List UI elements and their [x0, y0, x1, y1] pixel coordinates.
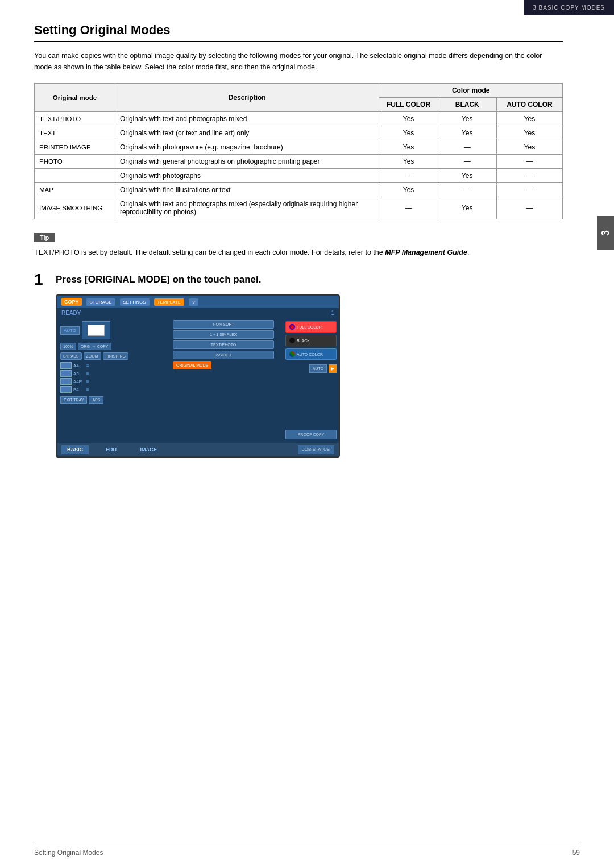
- table-cell-desc: Originals with photogravure (e.g. magazi…: [115, 140, 379, 155]
- tp-two-sided-btn[interactable]: 2-SIDED: [173, 351, 274, 359]
- table-cell-mode: MAP: [35, 183, 115, 197]
- table-row: TEXTOriginals with text (or text and lin…: [35, 126, 563, 140]
- table-cell-mode: TEXT/PHOTO: [35, 112, 115, 126]
- tp-size-a5: A5: [73, 371, 85, 376]
- tp-non-sort-row: NON-SORT: [173, 320, 274, 329]
- table-cell-desc: Originals with text and photographs mixe…: [115, 197, 379, 219]
- table-cell-desc: Originals with fine illustrations or tex…: [115, 183, 379, 197]
- tip-text: TEXT/PHOTO is set by default. The defaul…: [34, 247, 563, 258]
- table-header-original-mode: Original mode: [35, 84, 115, 112]
- tp-orig-copy-btn[interactable]: ORG. → COPY: [78, 343, 111, 350]
- footer-section-title: Setting Original Modes: [34, 849, 103, 857]
- table-cell-mode: PHOTO: [35, 155, 115, 169]
- tp-exit-tray-btn[interactable]: EXIT TRAY: [60, 396, 87, 404]
- table-cell-full: Yes: [379, 126, 438, 140]
- tp-settings-btn[interactable]: SETTINGS: [120, 298, 150, 306]
- tp-status-bar: READY 1: [57, 308, 339, 318]
- table-cell-full: Yes: [379, 112, 438, 126]
- tp-paper-row-3: A4R ≡: [60, 378, 167, 385]
- table-cell-auto: Yes: [496, 126, 562, 140]
- tp-black-btn[interactable]: BLACK: [285, 335, 337, 346]
- table-row: IMAGE SMOOTHINGOriginals with text and p…: [35, 197, 563, 219]
- tp-simplex-btn[interactable]: 1→1 SIMPLEX: [173, 330, 274, 339]
- table-cell-black: Yes: [438, 169, 496, 183]
- tp-pct-row: 100% ORG. → COPY: [60, 343, 167, 350]
- tp-simplex-row: 1→1 SIMPLEX: [173, 330, 274, 339]
- tp-nav-arrow-btn[interactable]: ▶: [329, 364, 337, 373]
- tp-zoom-btn[interactable]: ZOOM: [84, 352, 101, 360]
- table-cell-mode: TEXT: [35, 126, 115, 140]
- tp-auto-nav-row: AUTO ▶: [309, 364, 337, 373]
- tp-finishing-btn[interactable]: FINISHING: [103, 352, 128, 360]
- tp-auto-color-btn[interactable]: AUTO COLOR: [285, 348, 337, 360]
- tp-non-sort-btn[interactable]: NON-SORT: [173, 320, 274, 329]
- tip-label: Tip: [34, 233, 55, 242]
- table-header-color-mode: Color mode: [379, 84, 563, 98]
- tp-text-photo-row: TEXT/PHOTO: [173, 340, 274, 349]
- tp-full-color-icon: [289, 324, 295, 330]
- tp-tab-edit[interactable]: EDIT: [100, 445, 123, 454]
- tp-bypass-btn[interactable]: BYPASS: [60, 352, 82, 360]
- tp-paper-icon-3: [60, 378, 72, 385]
- tp-original-mode-btn[interactable]: ORIGINAL MODE: [173, 361, 211, 369]
- table-row: Originals with photographs—Yes—: [35, 169, 563, 183]
- tp-original-mode-row: ORIGINAL MODE: [173, 361, 274, 369]
- tp-right-panel: FULL COLOR BLACK AUTO COLOR AUTO ▶: [276, 318, 339, 443]
- table-cell-desc: Originals with photographs: [115, 169, 379, 183]
- tp-template-btn[interactable]: TEMPLATE: [154, 298, 185, 306]
- tp-top-bar: COPY STORAGE SETTINGS TEMPLATE ?: [57, 296, 339, 308]
- tp-pct-btn[interactable]: 100%: [60, 343, 76, 350]
- tp-paper-rows: A4 ≡ A5 ≡ A4R ≡: [60, 362, 167, 393]
- table-header-description: Description: [115, 84, 379, 112]
- original-modes-table: Original mode Description Color mode FUL…: [34, 83, 563, 219]
- table-cell-auto: —: [496, 183, 562, 197]
- table-row: PRINTED IMAGEOriginals with photogravure…: [35, 140, 563, 155]
- table-cell-auto: —: [496, 169, 562, 183]
- table-row: MAPOriginals with fine illustrations or …: [35, 183, 563, 197]
- tp-paper-icon-2: [60, 370, 72, 377]
- table-cell-auto: —: [496, 197, 562, 219]
- tp-tab-image[interactable]: IMAGE: [135, 445, 163, 454]
- table-cell-auto: Yes: [496, 140, 562, 155]
- table-cell-mode: IMAGE SMOOTHING: [35, 197, 115, 219]
- tp-job-status-btn[interactable]: JOB STATUS: [298, 445, 334, 454]
- intro-paragraph: You can make copies with the optimal ima…: [34, 50, 546, 73]
- table-cell-full: —: [379, 197, 438, 219]
- tp-paper-row-1: A4 ≡: [60, 362, 167, 369]
- tp-center-panel: NON-SORT 1→1 SIMPLEX TEXT/PHOTO 2-SIDED: [171, 318, 276, 443]
- tip-section: Tip TEXT/PHOTO is set by default. The de…: [34, 233, 563, 258]
- tp-paper-row-2: A5 ≡: [60, 370, 167, 377]
- tp-black-icon: [289, 338, 295, 343]
- tp-auto-nav-label: AUTO: [309, 364, 327, 373]
- table-cell-black: —: [438, 140, 496, 155]
- tp-help-btn[interactable]: ?: [189, 298, 198, 306]
- step-title: Press [ORIGINAL MODE] on the touch panel…: [56, 272, 261, 285]
- step-1-section: 1 Press [ORIGINAL MODE] on the touch pan…: [34, 272, 563, 458]
- table-header-black: BLACK: [438, 98, 496, 112]
- table-cell-black: Yes: [438, 126, 496, 140]
- tp-paper-icon-4: [60, 386, 72, 393]
- touch-panel-container: COPY STORAGE SETTINGS TEMPLATE ? READY 1: [56, 294, 340, 458]
- tp-text-photo-btn[interactable]: TEXT/PHOTO: [173, 340, 274, 349]
- tp-second-row: BYPASS ZOOM FINISHING: [60, 352, 167, 360]
- tp-main-area: AUTO 100% ORG. → COPY BYPASS ZOOM: [57, 318, 339, 443]
- tp-size-a4: A4: [73, 363, 85, 368]
- tp-aps-btn[interactable]: APS: [89, 396, 103, 404]
- step-number: 1: [34, 272, 48, 288]
- table-cell-desc: Originals with general photographs on ph…: [115, 155, 379, 169]
- tp-tray-row: EXIT TRAY APS: [60, 396, 167, 404]
- table-cell-full: Yes: [379, 140, 438, 155]
- tp-proof-copy-btn[interactable]: PROOF COPY: [285, 430, 337, 439]
- table-cell-auto: Yes: [496, 112, 562, 126]
- tp-auto-color-icon: [289, 351, 295, 357]
- tp-storage-btn[interactable]: STORAGE: [86, 298, 115, 306]
- tp-paper-icon-1: [60, 362, 72, 369]
- side-tab-number: 3: [597, 216, 614, 250]
- tp-tab-basic[interactable]: BASIC: [61, 445, 89, 454]
- chapter-header: 3 BASIC COPY MODES: [524, 0, 614, 15]
- table-cell-mode: [35, 169, 115, 183]
- tp-full-color-btn[interactable]: FULL COLOR: [285, 321, 337, 333]
- tp-preview-area: [82, 321, 110, 339]
- tp-copy-logo: COPY: [61, 298, 82, 306]
- table-row: PHOTOOriginals with general photographs …: [35, 155, 563, 169]
